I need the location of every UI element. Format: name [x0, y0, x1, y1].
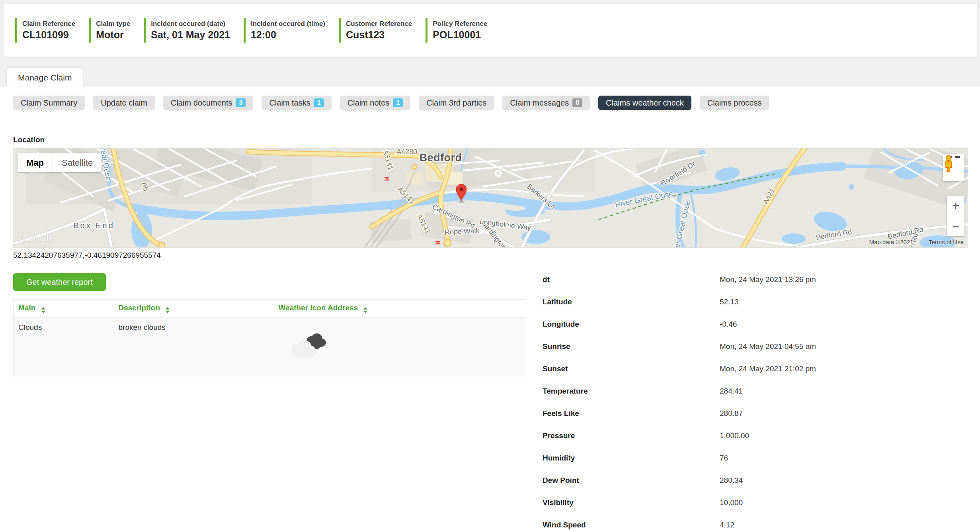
map-view-button[interactable]: Map — [18, 153, 53, 172]
detail-row-dt: dtMon, 24 May 2021 13:26 pm — [543, 275, 821, 284]
broken-clouds-icon — [287, 331, 326, 361]
map-label-route: A4280 — [396, 149, 417, 156]
sort-icon — [363, 307, 367, 313]
detail-row-feels-like: Feels Like280.87 — [543, 409, 821, 418]
google-logo[interactable]: Google — [18, 232, 55, 244]
weather-table-row: Clouds broken clouds — [14, 317, 526, 377]
pegman-control[interactable] — [943, 154, 964, 181]
detail-label: Sunrise — [543, 342, 720, 351]
detail-value: 4.12 — [720, 521, 734, 529]
tab-label: Claim documents — [171, 98, 232, 108]
detail-label: Temperature — [543, 387, 720, 396]
tab-manage-claim[interactable]: Manage Claim — [6, 68, 83, 87]
stat-policy-reference: Policy Reference POL10001 — [426, 18, 487, 43]
map-label-area: Box End — [73, 221, 115, 230]
stat-value: CL101099 — [22, 29, 75, 41]
detail-label: Wind Speed — [543, 521, 720, 529]
stat-label: Incident occured (time) — [251, 20, 325, 28]
zoom-in-button[interactable]: + — [947, 196, 964, 216]
stat-label: Claim Reference — [22, 20, 75, 28]
detail-row-wind-speed: Wind Speed4.12 — [543, 521, 821, 529]
map-type-control: Map Satellite — [18, 153, 102, 172]
map-attribution: Map data ©2021 Terms of Use — [869, 239, 964, 245]
location-heading: Location — [13, 135, 968, 144]
detail-row-humidity: Humidity76 — [543, 454, 821, 462]
detail-value: Mon, 24 May 2021 04:55 am — [720, 342, 816, 351]
detail-value: Mon, 24 May 2021 13:26 pm — [720, 275, 816, 284]
weather-section: Get weather report Main Description — [13, 273, 968, 531]
pegman-icon — [943, 155, 954, 172]
tab-label: Update claim — [101, 98, 147, 108]
detail-value: 10,000 — [720, 498, 743, 507]
tab-claim-documents[interactable]: Claim documents3 — [163, 96, 253, 110]
weather-table: Main Description Weather Icon Address — [13, 299, 526, 377]
tab-claim-notes[interactable]: Claim notes1 — [340, 96, 411, 110]
map-canvas: Bedford A4280 A5141 A5141 A5141 A6 A421 … — [14, 149, 968, 248]
detail-row-sunrise: SunriseMon, 24 May 2021 04:55 am — [543, 342, 821, 351]
claim-summary-bar: Claim Reference CL101099 Claim type Moto… — [3, 3, 977, 57]
detail-value: 284.41 — [720, 387, 743, 396]
count-badge: 3 — [236, 98, 246, 107]
satellite-view-button[interactable]: Satellite — [53, 153, 102, 172]
stat-value: 12:00 — [251, 29, 325, 41]
detail-label: Sunset — [543, 364, 720, 373]
cell-main: Clouds — [14, 317, 114, 377]
detail-row-sunset: SunsetMon, 24 May 2021 21:02 pm — [543, 364, 821, 373]
sort-icon — [41, 307, 45, 313]
detail-row-latitude: Latitude52.13 — [543, 298, 821, 306]
stat-incident-date: Incident occured (date) Sat, 01 May 2021 — [144, 18, 230, 43]
column-label: Main — [18, 304, 35, 312]
terms-of-use-link[interactable]: Terms of Use — [929, 239, 964, 245]
stat-claim-type: Claim type Motor — [89, 18, 130, 43]
zoom-out-button[interactable]: − — [947, 216, 964, 237]
tab-claim-messages[interactable]: Claim messages0 — [502, 96, 590, 110]
detail-value: 52.13 — [720, 298, 739, 306]
count-badge: 0 — [572, 98, 582, 107]
stat-value: POL10001 — [433, 29, 487, 41]
weather-details-panel: dtMon, 24 May 2021 13:26 pm Latitude52.1… — [543, 273, 821, 531]
count-badge: 1 — [314, 98, 324, 107]
stat-label: Policy Reference — [433, 20, 487, 28]
google-map[interactable]: Bedford A4280 A5141 A5141 A5141 A6 A421 … — [13, 148, 968, 248]
tab-claim-tasks[interactable]: Claim tasks1 — [262, 96, 331, 110]
detail-label: Visibility — [543, 498, 720, 507]
detail-row-temperature: Temperature284.41 — [543, 387, 821, 396]
stat-value: Sat, 01 May 2021 — [151, 29, 230, 41]
tab-claim-summary[interactable]: Claim Summary — [13, 96, 85, 110]
get-weather-report-button[interactable]: Get weather report — [13, 273, 106, 291]
map-label-town: Bedford — [420, 152, 462, 164]
tab-update-claim[interactable]: Update claim — [93, 96, 155, 110]
tab-claim-3rd-parties[interactable]: Claim 3rd parties — [419, 96, 494, 110]
column-header-weather-icon-address[interactable]: Weather Icon Address — [274, 300, 526, 317]
river-island — [506, 206, 526, 211]
detail-value: 76 — [720, 454, 728, 462]
column-header-description[interactable]: Description — [114, 300, 274, 317]
sort-icon — [166, 307, 170, 313]
stat-label: Incident occured (date) — [151, 20, 230, 28]
stat-incident-time: Incident occured (time) 12:00 — [244, 18, 325, 43]
tab-label: Claim messages — [510, 98, 569, 108]
claim-subtabs: Claim Summary Update claim Claim documen… — [0, 87, 980, 115]
column-header-main[interactable]: Main — [14, 300, 114, 317]
tab-claims-weather-check[interactable]: Claims weather check — [598, 96, 691, 110]
detail-label: Dew Point — [543, 476, 720, 485]
zoom-control: + − — [947, 196, 964, 236]
detail-value: Mon, 24 May 2021 21:02 pm — [720, 364, 816, 373]
weather-left-column: Get weather report Main Description — [13, 273, 526, 377]
stat-label: Claim type — [96, 20, 130, 28]
stat-value: Cust123 — [346, 29, 412, 41]
stat-value: Motor — [96, 29, 130, 41]
cell-description: broken clouds — [114, 317, 274, 377]
tab-label: Claims process — [707, 98, 762, 108]
detail-label: Longitude — [543, 320, 720, 329]
cell-weather-icon — [274, 317, 526, 377]
stat-customer-reference: Customer Reference Cust123 — [339, 18, 412, 43]
column-label: Description — [119, 304, 160, 312]
tab-label: Claim 3rd parties — [426, 98, 486, 108]
column-label: Weather Icon Address — [279, 304, 358, 312]
detail-row-longitude: Longitude-0.46 — [543, 320, 821, 329]
map-data-copyright: Map data ©2021 — [869, 239, 914, 245]
tab-claims-process[interactable]: Claims process — [700, 96, 769, 110]
detail-value: 280.34 — [720, 476, 743, 485]
tab-label: Claim tasks — [269, 98, 310, 108]
